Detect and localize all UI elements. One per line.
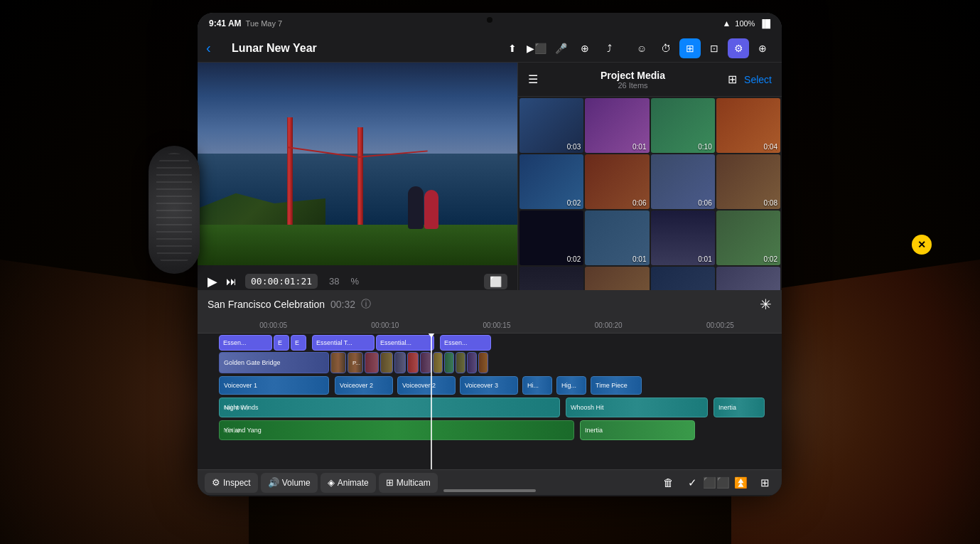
clock-button[interactable]: ⏱ bbox=[655, 38, 677, 58]
animate-button[interactable]: ◈ Animate bbox=[321, 473, 376, 493]
video-clip-2[interactable] bbox=[330, 352, 346, 373]
video-clip-10[interactable] bbox=[444, 352, 454, 373]
media-thumb-4[interactable]: 0:04 bbox=[716, 98, 780, 153]
video-preview bbox=[198, 63, 517, 265]
photo-active-button[interactable]: ⊞ bbox=[679, 38, 701, 58]
ruler-mark-2: 00:00:10 bbox=[329, 321, 441, 329]
media-menu-icon[interactable]: ☰ bbox=[528, 73, 538, 86]
couple-silhouette bbox=[404, 179, 447, 229]
video-clip-12[interactable] bbox=[467, 352, 477, 373]
dial-control[interactable] bbox=[149, 146, 200, 274]
video-clip-13[interactable] bbox=[478, 352, 488, 373]
close-x-button[interactable]: ✕ bbox=[912, 235, 932, 255]
dial-texture bbox=[156, 153, 192, 267]
thumb-duration-11: 0:01 bbox=[698, 255, 711, 263]
mic-button[interactable]: 🎤 bbox=[550, 38, 571, 58]
thumb-duration-6: 0:06 bbox=[632, 199, 646, 207]
split-button[interactable]: ⬛⬛ bbox=[706, 473, 726, 493]
emoji-button[interactable]: ☺ bbox=[631, 38, 652, 58]
play-button[interactable]: ▶ bbox=[208, 274, 217, 289]
grid-toggle-button[interactable]: ⊞ bbox=[728, 73, 737, 86]
media-thumb-9[interactable]: 0:02 bbox=[519, 210, 583, 265]
title-clip-4[interactable]: Essential T... bbox=[312, 335, 375, 351]
more-button[interactable]: ⊕ bbox=[752, 38, 773, 58]
teal-clip-label-inertia: Inertia bbox=[718, 404, 736, 411]
ipad-device: 9:41 AM Tue May 7 ▲ 100% ▐█ ‹ Lunar New … bbox=[198, 13, 782, 496]
title-clip-3[interactable]: E bbox=[291, 335, 306, 351]
audio-clip-voiceover3[interactable]: Voiceover 3 bbox=[460, 376, 518, 395]
media-thumb-10[interactable]: 0:01 bbox=[585, 210, 649, 265]
media-header: ☰ Project Media 26 Items ⊞ Select bbox=[518, 63, 782, 97]
bridge-tower-right bbox=[357, 127, 363, 229]
checkmark-button[interactable]: ✓ bbox=[682, 473, 702, 493]
upload-button[interactable]: ⬆ bbox=[502, 38, 523, 58]
camera-button[interactable]: ▶⬛ bbox=[526, 38, 547, 58]
aspect-button[interactable]: ⬜ bbox=[484, 274, 507, 289]
audio-clip-label-v1: Voiceover 1 bbox=[224, 382, 257, 389]
thumb-duration-1: 0:03 bbox=[567, 143, 581, 151]
audio-clip-voiceover1[interactable]: Voiceover 1 bbox=[219, 376, 329, 395]
thumb-duration-9: 0:02 bbox=[567, 255, 581, 263]
video-clip-6[interactable] bbox=[394, 352, 406, 373]
audio-clip-voiceover2a[interactable]: Voiceover 2 bbox=[335, 376, 393, 395]
title-clip-2[interactable]: E bbox=[274, 335, 289, 351]
media-thumb-8[interactable]: 0:08 bbox=[716, 154, 780, 209]
video-clip-9[interactable] bbox=[433, 352, 443, 373]
teal-clip-inertia[interactable]: Inertia bbox=[714, 398, 765, 417]
audio-clip-hi2[interactable]: Hig... bbox=[556, 376, 586, 395]
delete-button[interactable]: 🗑 bbox=[658, 473, 678, 493]
media-thumb-1[interactable]: 0:03 bbox=[519, 98, 583, 153]
media-thumb-12[interactable]: 0:02 bbox=[716, 210, 780, 265]
title-clip-5[interactable]: Essential... bbox=[376, 335, 434, 351]
video-clip-7[interactable] bbox=[407, 352, 419, 373]
video-clip-11[interactable] bbox=[456, 352, 465, 373]
video-clip-8[interactable] bbox=[420, 352, 431, 373]
video-clip-golden-gate[interactable]: Golden Gate Bridge bbox=[219, 352, 329, 373]
settings-button[interactable]: ⚙ bbox=[728, 38, 749, 58]
media-thumb-6[interactable]: 0:06 bbox=[585, 154, 649, 209]
person1 bbox=[408, 186, 424, 229]
media-thumb-11[interactable]: 0:01 bbox=[651, 210, 715, 265]
media-thumb-7[interactable]: 0:06 bbox=[651, 154, 715, 209]
inspect-icon: ⚙ bbox=[212, 477, 220, 488]
green-clip-yin-yang[interactable]: Yin and Yang bbox=[219, 420, 574, 440]
audio-clip-hi1[interactable]: Hi... bbox=[522, 376, 552, 395]
video-clip-label-1: Golden Gate Bridge bbox=[224, 359, 281, 366]
toolbar-right-icons: 🗑 ✓ ⬛⬛ ⏫ ⊞ bbox=[658, 473, 775, 493]
title-clip-6[interactable]: Essen... bbox=[440, 335, 491, 351]
multicam-button[interactable]: ⊞ Multicam bbox=[379, 473, 438, 493]
scroll-indicator-bar bbox=[198, 495, 782, 496]
more-timeline-button[interactable]: ⊞ bbox=[755, 473, 775, 493]
video-clip-5[interactable] bbox=[380, 352, 393, 373]
audio-track-voiceover: Voiceover 1 Voiceover 2 Voiceover 2 Voic… bbox=[198, 376, 782, 396]
grid-button[interactable]: ⊡ bbox=[704, 38, 725, 58]
nav-button[interactable]: ⊕ bbox=[574, 38, 596, 58]
audio-clip-timepiece[interactable]: Time Piece bbox=[591, 376, 642, 395]
thumb-duration-10: 0:01 bbox=[632, 255, 646, 263]
share-button[interactable]: ⤴ bbox=[598, 38, 620, 58]
media-thumb-5[interactable]: 0:02 bbox=[519, 154, 583, 209]
teal-clip-whoosh[interactable]: Whoosh Hit bbox=[566, 398, 708, 417]
detach-button[interactable]: ⏫ bbox=[731, 473, 750, 493]
inspect-button[interactable]: ⚙ Inspect bbox=[205, 473, 258, 493]
status-date: Tue May 7 bbox=[246, 19, 283, 28]
status-bar: 9:41 AM Tue May 7 ▲ 100% ▐█ bbox=[198, 13, 782, 34]
video-clip-3[interactable]: P... bbox=[348, 352, 363, 373]
media-thumb-3[interactable]: 0:10 bbox=[651, 98, 715, 153]
info-button[interactable]: ⓘ bbox=[361, 298, 371, 311]
audio-clip-voiceover2b[interactable]: Voiceover 2 bbox=[397, 376, 456, 395]
media-thumb-2[interactable]: 0:01 bbox=[585, 98, 649, 153]
volume-button[interactable]: 🔊 Volume bbox=[261, 473, 318, 493]
title-bar: ‹ Lunar New Year ⬆ ▶⬛ 🎤 ⊕ ⤴ ☺ ⏱ ⊞ ⊡ ⚙ ⊕ bbox=[198, 34, 782, 63]
video-clip-4[interactable] bbox=[365, 352, 379, 373]
title-clip-1[interactable]: Essen... bbox=[219, 335, 272, 351]
animate-label: Animate bbox=[338, 478, 369, 488]
skip-button[interactable]: ⏭ bbox=[226, 275, 237, 287]
title-track: Essen... E E Essential T... Essential...… bbox=[198, 334, 782, 351]
teal-clip-night-winds[interactable]: Night Winds bbox=[219, 398, 560, 417]
back-button[interactable]: ‹ bbox=[206, 40, 226, 56]
select-button[interactable]: Select bbox=[744, 74, 772, 85]
green-clip-inertia2[interactable]: Inertia bbox=[580, 420, 695, 440]
grass bbox=[198, 225, 517, 265]
magic-movie-button[interactable]: ✳ bbox=[760, 296, 772, 313]
